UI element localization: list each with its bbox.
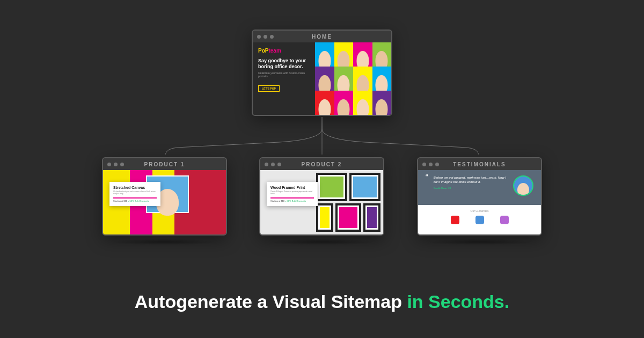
cta-button: LET'S POP xyxy=(258,85,280,92)
sitemap-node-product1[interactable]: PRODUCT 1 Stretched Canvas We handcraft … xyxy=(102,157,227,236)
product2-preview: Wood Framed Print Classic & Elegant. Pri… xyxy=(260,170,383,234)
sitemap-node-testimonials[interactable]: TESTIMONIALS “ Before we got popped, wor… xyxy=(417,157,542,236)
testimonials-preview: “ Before we got popped, work was just…wo… xyxy=(418,170,541,234)
window-titlebar: HOME xyxy=(253,31,391,42)
avatar xyxy=(513,175,533,196)
home-preview: PoPteam Say goodbye to your boring offic… xyxy=(253,42,391,115)
window-titlebar: PRODUCT 1 xyxy=(103,158,226,170)
sitemap-node-home[interactable]: HOME PoPteam Say goodbye to your boring … xyxy=(252,30,392,116)
sitemap-node-product2[interactable]: PRODUCT 2 Wood Framed Print Classic & El… xyxy=(259,157,384,236)
page-headline: Autogenerate a Visual Sitemap in Seconds… xyxy=(0,291,644,312)
window-titlebar: PRODUCT 2 xyxy=(260,158,383,170)
window-titlebar: TESTIMONIALS xyxy=(418,158,541,170)
product1-preview: Stretched Canvas We handcraft and print … xyxy=(103,170,226,234)
